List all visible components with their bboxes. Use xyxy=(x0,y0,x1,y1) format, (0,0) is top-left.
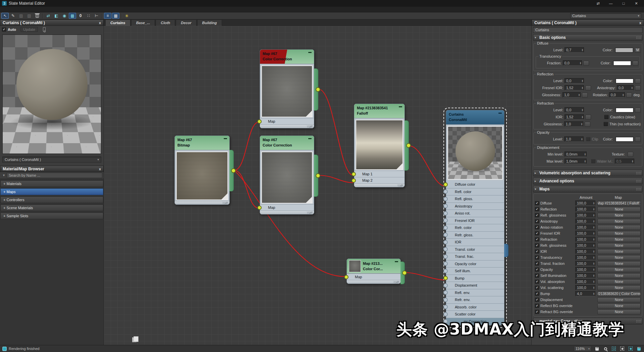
show-end-result-icon[interactable]: 0 xyxy=(77,13,84,19)
spinner-arrows-icon[interactable]: ▴▾ xyxy=(593,274,594,277)
auto-checkbox[interactable]: ✔ xyxy=(2,27,6,32)
reflection-color-swatch[interactable] xyxy=(615,78,634,83)
map-enable-checkbox[interactable]: ✔ xyxy=(535,268,539,272)
input-slot[interactable]: Bump xyxy=(446,275,504,282)
spinner-arrows-icon[interactable]: ▴▾ xyxy=(623,94,624,97)
spinner-arrows-icon[interactable]: ▴▾ xyxy=(581,138,582,141)
spinner-arrows-icon[interactable]: ▴▾ xyxy=(582,79,583,82)
input-connector-icon[interactable] xyxy=(344,275,348,279)
node-color-correction-top[interactable]: Map #67 Color Correction Map xyxy=(260,49,314,128)
map-enable-checkbox[interactable]: ✔ xyxy=(535,225,539,229)
spinner-arrows-icon[interactable]: ▴▾ xyxy=(593,202,594,205)
anisotropy-spinner[interactable]: 0,0 ▴▾ xyxy=(617,85,634,91)
browser-category[interactable]: + Controllers xyxy=(0,196,103,203)
collapse-icon[interactable] xyxy=(399,106,402,107)
browser-category[interactable]: + Maps xyxy=(0,188,103,195)
spinner-arrows-icon[interactable]: ▴▾ xyxy=(632,86,633,90)
map-slot-button[interactable]: None xyxy=(597,225,641,230)
input-connector-icon[interactable] xyxy=(443,298,448,302)
input-slot[interactable]: Self illum. xyxy=(446,268,504,275)
show-background-icon[interactable]: ◉ xyxy=(61,13,68,19)
rollout-maps[interactable]: ▾ Maps xyxy=(533,186,643,192)
map-slot-button[interactable]: None xyxy=(597,249,641,254)
input-connector-icon[interactable] xyxy=(443,283,448,288)
reflection-glossiness-spinner[interactable]: 1,0 ▴▾ xyxy=(562,92,581,98)
water-level-spinner[interactable]: 0,5 ▴▾ xyxy=(615,159,634,164)
input-connector-icon[interactable] xyxy=(443,182,448,187)
diffuse-map-button[interactable]: M xyxy=(635,48,641,53)
zoom-extents-icon[interactable] xyxy=(620,346,625,351)
diffuse-color-swatch[interactable] xyxy=(615,48,633,53)
input-slot[interactable]: Opacity color xyxy=(446,260,504,268)
opacity-level-spinner[interactable]: 1,0 ▴▾ xyxy=(564,136,583,142)
map-slot-button[interactable]: None xyxy=(597,255,641,260)
output-connector[interactable] xyxy=(314,155,318,197)
menu-item[interactable] xyxy=(32,7,38,12)
output-dot-icon[interactable] xyxy=(406,143,411,148)
spinner-arrows-icon[interactable]: ▴▾ xyxy=(593,250,594,253)
map-amount-spinner[interactable]: 100,0 ▴▾ xyxy=(575,231,595,236)
spinner-arrows-icon[interactable]: ▴▾ xyxy=(593,244,594,247)
max-level-spinner[interactable]: 1,0mm ▴▾ xyxy=(565,159,587,164)
map-amount-spinner[interactable]: 100,0 ▴▾ xyxy=(575,207,595,212)
active-material-combo[interactable]: Curtains ▾ xyxy=(570,13,641,18)
spinner-arrows-icon[interactable]: ▴▾ xyxy=(593,292,594,295)
map-slot-button[interactable]: None xyxy=(597,261,641,266)
input-connector-icon[interactable] xyxy=(443,319,448,324)
node-header[interactable]: Map #67 Color Correction xyxy=(260,136,314,150)
spinner-arrows-icon[interactable]: ▴▾ xyxy=(593,214,594,217)
input-slot[interactable]: Refl. color xyxy=(446,188,504,196)
input-connector-icon[interactable] xyxy=(443,233,448,237)
map-amount-spinner[interactable]: 100,0 ▴▾ xyxy=(575,267,595,272)
spinner-arrows-icon[interactable]: ▴▾ xyxy=(632,160,633,163)
show-shaded-material-icon[interactable]: ▩ xyxy=(69,13,76,19)
spinner-arrows-icon[interactable]: ▴▾ xyxy=(585,153,586,156)
input-slot[interactable]: Refl. gloss. xyxy=(446,195,504,203)
map-amount-spinner[interactable]: 100,0 ▴▾ xyxy=(575,219,595,224)
menu-item[interactable] xyxy=(38,7,44,12)
min-level-spinner[interactable]: 0,0mm ▴▾ xyxy=(565,152,587,157)
node-header[interactable]: Map #67 Bitmap xyxy=(175,136,229,150)
delete-selected-icon[interactable] xyxy=(34,13,41,19)
refraction-glossiness-spinner[interactable]: 1,0 ▴▾ xyxy=(564,121,583,127)
layout-children-icon[interactable]: ⊢ xyxy=(93,13,100,19)
input-connector-icon[interactable] xyxy=(443,204,448,208)
material-parameter-editor-icon[interactable]: ≡ xyxy=(104,13,111,19)
input-connector-icon[interactable] xyxy=(257,206,262,210)
close-icon[interactable]: x xyxy=(99,21,101,25)
input-slot[interactable]: Scatter color xyxy=(446,311,504,318)
input-connector-icon[interactable] xyxy=(443,312,448,316)
translucency-color-swatch[interactable] xyxy=(613,61,631,66)
material-name-field[interactable]: Curtains xyxy=(533,27,643,33)
browser-category[interactable]: + Materials xyxy=(0,180,103,187)
rotation-spinner[interactable]: 0,0 ▴▾ xyxy=(609,92,625,98)
move-children-icon[interactable]: ⇄ xyxy=(45,13,52,19)
input-slot[interactable]: Aniso rot. xyxy=(446,210,504,217)
output-dot-icon[interactable] xyxy=(316,173,320,178)
rollout-advanced[interactable]: ▸ Advanced options xyxy=(533,178,643,184)
rollout-volumetric[interactable]: ▸ Volumetric absorption and scattering xyxy=(533,170,643,176)
ior-map-button[interactable] xyxy=(585,115,591,120)
collapse-icon[interactable] xyxy=(395,261,398,262)
map-enable-checkbox[interactable]: ✔ xyxy=(535,243,539,247)
menu-item[interactable] xyxy=(44,7,50,12)
node-header[interactable]: Map #213... Color Cor... xyxy=(347,259,400,274)
output-dot-icon[interactable] xyxy=(402,271,407,275)
spinner-arrows-icon[interactable]: ▴▾ xyxy=(581,123,582,126)
assign-material-icon[interactable]: ▨ xyxy=(17,13,25,19)
refraction-color-map-button[interactable] xyxy=(635,108,641,113)
input-connector-icon[interactable] xyxy=(443,218,448,223)
map-enable-checkbox[interactable]: ✔ xyxy=(535,310,539,314)
magnify-pin-icon[interactable] xyxy=(43,27,46,32)
menu-item[interactable] xyxy=(8,7,14,12)
map-slot-button[interactable]: Map #2138383541 ( Falloff ) xyxy=(597,201,641,206)
spinner-arrows-icon[interactable]: ▴▾ xyxy=(582,49,583,52)
input-connector-icon[interactable] xyxy=(443,247,448,251)
close-icon[interactable]: x xyxy=(99,167,101,171)
menu-item[interactable] xyxy=(2,7,8,12)
spinner-arrows-icon[interactable]: ▴▾ xyxy=(585,160,586,163)
opacity-color-swatch[interactable] xyxy=(615,137,634,142)
spinner-arrows-icon[interactable]: ▴▾ xyxy=(593,208,594,211)
fresnel-ior-spinner[interactable]: 1,52 ▴▾ xyxy=(565,85,584,91)
node-bitmap[interactable]: Map #67 Bitmap xyxy=(174,135,230,205)
